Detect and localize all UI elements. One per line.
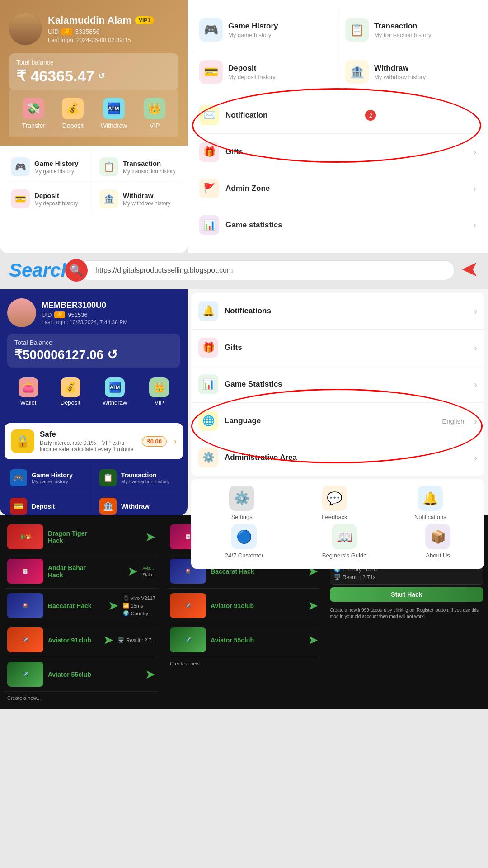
profile-header: Kalamuddin Alam VIP1 UID 🔑 3335856 Last … — [0, 0, 188, 146]
dragon-tiger-thumb: 🐉🐯 — [7, 524, 43, 549]
withdraw-btn[interactable]: 🏧 Withdraw — [101, 98, 127, 129]
right-transaction[interactable]: 📋 Transaction My transaction history — [338, 9, 483, 51]
uid-icon: 🔑 — [61, 28, 72, 35]
arrow-icon-3: ➤ — [108, 598, 118, 613]
right-game-history[interactable]: 🎮 Game History My game history — [192, 9, 338, 51]
hack-item-baccarat[interactable]: 🎴 Baccarat Hack ➤ 📱 vivo V2117 📶 15ms 🌍 … — [5, 589, 158, 623]
search-label: Search — [9, 259, 72, 281]
notifications-btn[interactable]: 🔔 Notifications — [414, 486, 446, 520]
dark-balance-box: Total Balance ₹500006127.06 ↺ — [7, 334, 180, 368]
dark-balance-amount: ₹500006127.06 ↺ — [14, 347, 173, 362]
menu-grid: 🎮 Game History My game history 📋 Transac… — [5, 151, 182, 215]
withdraw-item[interactable]: 🏦 Withdraw My withdraw history — [94, 183, 182, 215]
gifts-item[interactable]: 🎁 Gifts › — [192, 134, 483, 170]
dark-deposit[interactable]: 💳 Deposit — [5, 492, 94, 515]
left-profile-panel: Kalamuddin Alam VIP1 UID 🔑 3335856 Last … — [0, 0, 188, 253]
guide-btn[interactable]: 📖 Beginers's Guide — [322, 524, 367, 559]
game-statistics-item[interactable]: 📊 Game statistics › — [192, 207, 483, 243]
dark-withdraw[interactable]: 🏦 Withdraw — [94, 492, 183, 515]
dark-username: MEMBER3100U0 — [42, 301, 127, 310]
arrow-annotation: ➤ — [461, 258, 479, 283]
game-history-item[interactable]: 🎮 Game History My game history — [5, 151, 94, 183]
admin-zone-item[interactable]: 🚩 Admin Zone › — [192, 170, 483, 207]
right-withdraw[interactable]: 🏦 Withdraw My withdraw history — [338, 51, 483, 93]
create-new-text-2: Create a new... — [167, 657, 321, 670]
bottom-icons-row-2: 🔵 24/7 Customer 📖 Beginers's Guide 📦 Abo… — [196, 524, 480, 559]
arrow-icon: ➤ — [145, 529, 155, 544]
list-menu: ✉️ Notification 2 › 🎁 Gifts › 🚩 Admin Zo… — [192, 97, 483, 243]
dark-refresh-icon[interactable]: ↺ — [107, 347, 117, 362]
hack-panel-left: 🐉🐯 Dragon TigerHack ➤ 🃏 Andar BaharHack … — [0, 515, 163, 709]
arrow-icon-2: ➤ — [127, 564, 138, 579]
dark-vip-btn[interactable]: 👑 VIP — [149, 377, 169, 406]
transaction-item[interactable]: 📋 Transaction My transaction history — [94, 151, 182, 183]
about-btn[interactable]: 📦 About Us — [425, 524, 450, 559]
notifications-setting[interactable]: 🔔 Notifications › — [191, 293, 484, 330]
game-stats-setting[interactable]: 📊 Game Statistics › — [191, 366, 484, 403]
dark-game-history[interactable]: 🎮 Game History My game history — [5, 464, 94, 492]
dark-transaction[interactable]: 📋 Transaction My transaction history — [94, 464, 183, 492]
balance-label: Total balance — [16, 59, 171, 66]
profile-info: Kalamuddin Alam VIP1 UID 🔑 3335856 Last … — [48, 14, 178, 43]
arrow-icon-4: ➤ — [103, 632, 113, 647]
hack-item-aviator-91[interactable]: ✈️ Aviator 91club ➤ 🖥️ Result : 2.7... — [5, 623, 158, 657]
dark-deposit-btn[interactable]: 💰 Deposit — [61, 377, 80, 406]
dark-profile-top: MEMBER3100U0 UID 🔑 951536 Last Login: 10… — [7, 298, 180, 327]
safe-icon: 🔒 — [11, 429, 34, 453]
settings-icon-btn[interactable]: ⚙️ Settings — [229, 486, 254, 520]
balance-box: Total balance ₹ 46365.47 ↺ — [9, 53, 178, 90]
wallet-btn[interactable]: 👛 Wallet — [19, 377, 38, 406]
hack-item-aviator-91-2[interactable]: ✈️ Aviator 91club ➤ — [167, 589, 321, 623]
vip-btn[interactable]: 👑 VIP — [144, 98, 165, 129]
admin-area-setting[interactable]: ⚙️ Administrative Area › — [191, 439, 484, 476]
notification-badge: 2 — [365, 110, 376, 121]
search-bar[interactable]: https://digitalsproductsselling.blogspot… — [79, 260, 455, 280]
search-wrapper: 🔍 https://digitalsproductsselling.blogsp… — [79, 260, 455, 280]
settings-panel: 🔔 Notifications › 🎁 Gifts › 📊 Game Stati… — [188, 289, 488, 515]
search-row: Search 🔍 https://digitalsproductsselling… — [0, 253, 488, 288]
dark-profile-panel: MEMBER3100U0 UID 🔑 951536 Last Login: 10… — [0, 289, 188, 515]
uid-row: UID 🔑 3335856 — [48, 28, 178, 35]
bottom-icons-section: ⚙️ Settings 💬 Feedback 🔔 Notifications 🔵… — [191, 479, 484, 569]
dark-withdraw-btn[interactable]: 🏧 Withdraw — [103, 377, 127, 406]
right-deposit[interactable]: 💳 Deposit My deposit history — [192, 51, 338, 93]
avatar — [9, 13, 42, 45]
vip-badge: VIP1 — [135, 16, 154, 24]
create-new-text: Create a new... — [5, 692, 158, 704]
dark-last-login: Last Login: 10/23/2024, 7:44:38 PM — [42, 319, 127, 326]
hack-item-aviator-55[interactable]: ✈️ Aviator 55club ➤ — [5, 657, 158, 692]
balance-amount: ₹ 46365.47 ↺ — [16, 67, 171, 85]
profile-top-row: Kalamuddin Alam VIP1 UID 🔑 3335856 Last … — [9, 13, 178, 45]
deposit-btn[interactable]: 💰 Deposit — [62, 98, 84, 129]
aviator-55-2-thumb: ✈️ — [170, 627, 206, 652]
uid-value: 3335856 — [75, 28, 100, 35]
hack-item-aviator-55-2[interactable]: ✈️ Aviator 55club ➤ — [167, 623, 321, 657]
search-icon: 🔍 — [65, 259, 88, 282]
aviator-91-thumb: ✈️ — [7, 627, 43, 652]
baccarat-thumb: 🎴 — [7, 593, 43, 618]
middle-row: MEMBER3100U0 UID 🔑 951536 Last Login: 10… — [0, 289, 488, 515]
andar-bahar-thumb: 🃏 — [7, 559, 43, 584]
safe-arrow-icon: › — [174, 437, 177, 446]
language-setting[interactable]: 🌐 Language English › — [191, 403, 484, 439]
warning-text: Create a new in999 account by clicking o… — [330, 607, 483, 620]
safe-box[interactable]: 🔒 Safe Daily interest rate 0.1% + VIP ex… — [5, 423, 183, 459]
hack-item-andar-bahar[interactable]: 🃏 Andar BaharHack ➤ Avia... Statu... — [5, 554, 158, 589]
gifts-setting[interactable]: 🎁 Gifts › — [191, 330, 484, 366]
safe-amount: ₹0.00 — [142, 436, 167, 447]
aviator-55-thumb: ✈️ — [7, 662, 43, 687]
dark-menu-grid: 🎮 Game History My game history 📋 Transac… — [5, 464, 183, 515]
dark-avatar — [7, 298, 36, 327]
deposit-item[interactable]: 💳 Deposit My deposit history — [5, 183, 94, 215]
green-arrow-9: ➤ — [308, 632, 318, 647]
start-hack-button[interactable]: Start Hack — [330, 587, 483, 602]
transfer-btn[interactable]: 💸 Transfer — [22, 98, 46, 129]
refresh-icon[interactable]: ↺ — [98, 71, 105, 81]
hack-item-dragon-tiger[interactable]: 🐉🐯 Dragon TigerHack ➤ — [5, 520, 158, 554]
safe-desc: Daily interest rate 0.1% + VIP extra inc… — [40, 440, 136, 453]
notification-item[interactable]: ✉️ Notification 2 › — [192, 97, 483, 134]
customer-btn[interactable]: 🔵 24/7 Customer — [225, 524, 263, 559]
arrow-icon-5: ➤ — [145, 667, 155, 682]
green-arrow-8: ➤ — [308, 598, 318, 613]
feedback-btn[interactable]: 💬 Feedback — [322, 486, 347, 520]
